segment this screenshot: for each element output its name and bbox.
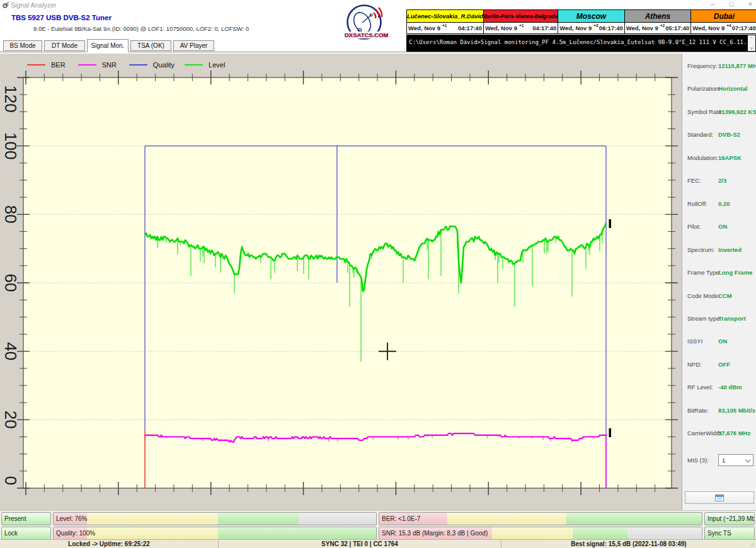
parameter-panel: MIS (3): 1 Frequency:12110,877 MHzPolari… <box>682 54 756 510</box>
clock-time: Wed, Nov 9+205:17:40 <box>625 23 690 33</box>
mis-label: MIS (3): <box>687 457 709 464</box>
stream-list-button[interactable] <box>685 491 754 504</box>
meter-segment-yellow <box>492 527 573 539</box>
resize-grip[interactable]: .:: <box>750 542 755 547</box>
mis-row: MIS (3): 1 <box>682 457 756 465</box>
clock-city-label: Moscow <box>558 10 624 23</box>
meter-syncts: Sync TS <box>704 527 755 540</box>
param-pilot-: Pilot:ON <box>682 223 756 232</box>
meter-segment-green <box>566 513 702 525</box>
meter-level: Level: 76% <box>53 512 377 525</box>
param-label: ISSYI <box>687 338 702 345</box>
param-rolloff-: RollOff:0.20 <box>682 200 756 209</box>
command-prompt: C:\Users\Roman Dávid>Signal monitoring_P… <box>406 35 756 52</box>
minimize-button[interactable]: – <box>704 0 721 8</box>
clock-dubai: DubaiWed, Nov 9+407:17:40 <box>691 10 756 33</box>
param-npd-: NPD:OFF <box>682 361 756 370</box>
meter-quality: Quality: 100% <box>53 527 377 540</box>
param-value: 0.20 <box>718 200 730 207</box>
param-value: Transport <box>718 315 746 322</box>
tab-av-player[interactable]: AV Player <box>173 40 214 51</box>
meter-segment-yellow <box>87 513 218 525</box>
command-prompt-text: C:\Users\Roman Dávid>Signal monitoring_P… <box>409 39 747 45</box>
param-spectrum-: Spectrum:Inverted <box>682 246 756 255</box>
param-label: Pilot: <box>687 223 701 230</box>
meter-segment-green <box>218 513 299 525</box>
clock-time: Wed, Nov 9+104:17:40 <box>407 23 483 33</box>
param-frame-type-: Frame Type:Long Frame <box>682 269 756 278</box>
param-value: ON <box>718 223 727 230</box>
meter-segment-green <box>218 527 376 539</box>
clock-athens: AthensWed, Nov 9+205:17:40 <box>625 10 691 33</box>
meter-present: Present <box>1 512 51 525</box>
chart-area: BERSNRQualityLevel <box>0 54 682 510</box>
clock-city-label: Lučenec-Slovakia_R.Dávid <box>407 10 483 23</box>
tuner-title: TBS 5927 USB DVB-S2 Tuner <box>11 14 112 21</box>
legend-line-snr <box>78 64 96 66</box>
chevron-down-icon <box>745 457 750 462</box>
mis-value: 1 <box>722 457 725 464</box>
param-value: 83,105 Mbit/s <box>718 407 755 414</box>
legend-line-ber <box>27 64 45 66</box>
clock-city-label: Athens <box>625 10 690 23</box>
list-window-icon <box>715 494 724 501</box>
param-issyi: ISSYION <box>682 338 756 346</box>
legend-label-snr: SNR <box>102 61 117 69</box>
legend-label-quality: Quality <box>153 61 175 69</box>
close-button[interactable]: × <box>742 0 756 8</box>
param-modulation-: Modulation:16APSK <box>682 154 756 163</box>
status-meters: PresentLevel: 76%BER: <1.0E-7Input (~21,… <box>0 510 756 539</box>
param-label: Standard: <box>687 131 713 138</box>
meter-input: Input (~21,39 Mbps) <box>704 512 755 525</box>
param-label: Spectrum: <box>687 246 714 253</box>
param-code-mode-: Code Mode:CCM <box>682 292 756 301</box>
status-best-signal: Best signal: 15,5 dB (2022-11-08 03:49) <box>501 540 756 548</box>
clock-time: Wed, Nov 9+306:17:40 <box>558 23 624 33</box>
world-clocks: Lučenec-Slovakia_R.DávidWed, Nov 9+104:1… <box>406 9 756 34</box>
chart-legend: BERSNRQualityLevel <box>23 60 225 70</box>
tab-signal-mon-[interactable]: Signal Mon. <box>87 39 129 52</box>
meter-label: Sync TS <box>707 530 731 537</box>
scroll-up-icon[interactable]: ^ <box>750 36 752 40</box>
tab-tsa-ok-[interactable]: TSA (OK) <box>130 40 171 51</box>
param-value: ON <box>718 338 727 345</box>
tab-bs-mode[interactable]: BS Mode <box>3 40 42 51</box>
param-label: RF Level: <box>687 384 713 391</box>
tab-dt-mode[interactable]: DT Mode <box>44 40 85 51</box>
meter-label: Level: 76% <box>56 515 87 522</box>
meter-snr: SNR: 15,3 dB (Margin: 8,3 dB | Good) <box>379 527 702 540</box>
param-polarization-: Polarization:Horizontal <box>682 85 756 94</box>
param-label: Polarization: <box>687 85 720 92</box>
param-label: BitRate: <box>687 407 709 414</box>
param-label: Modulation: <box>687 154 718 161</box>
meter-segment-gray <box>299 513 376 525</box>
param-value: Horizontal <box>718 85 747 92</box>
tuner-subtitle: 9.0E - Eutelsat 9B/Ka-Sat 9A (ID: 0090) … <box>33 25 249 32</box>
legend-line-quality <box>129 64 147 66</box>
param-symbol-rate-: Symbol Rate:31396,922 KS/s <box>682 108 756 117</box>
param-label: FEC: <box>687 177 701 184</box>
maximize-button[interactable]: □ <box>723 0 740 8</box>
signal-analyzer-window: Signal Analyzer – □ × TBS 5927 USB DVB-S… <box>0 0 756 548</box>
param-bitrate-: BitRate:83,105 Mbit/s <box>682 407 756 416</box>
meter-segment-yellow <box>447 513 566 525</box>
meter-segment-green <box>573 527 627 539</box>
legend-label-ber: BER <box>51 61 66 69</box>
param-frequency-: Frequency:12110,877 MHz <box>682 62 756 71</box>
param-carrierwidth-: CarrierWidth:37,676 MHz <box>682 430 756 438</box>
clock-moscow: MoscowWed, Nov 9+306:17:40 <box>558 10 624 33</box>
param-value: Long Frame <box>718 269 752 276</box>
terminal-scrollbar[interactable]: ^ v <box>748 35 755 51</box>
legend-line-level <box>185 64 203 66</box>
param-value: 37,676 MHz <box>718 430 750 437</box>
scroll-down-icon[interactable]: v <box>750 46 753 50</box>
dxsatcs-logo <box>346 3 385 53</box>
param-stream-type-: Stream type:Transport <box>682 315 756 324</box>
mis-dropdown[interactable]: 1 <box>718 454 753 466</box>
clock-city-label: Dubai <box>691 10 756 23</box>
param-value: Inverted <box>718 246 742 253</box>
param-label: CarrierWidth: <box>687 430 723 437</box>
clock-time: Wed, Nov 9+407:17:40 <box>691 23 756 33</box>
meter-segment-yellow <box>87 527 218 539</box>
clock-city-label: Berlin-Paris-Vienna-Belgrade <box>484 10 558 23</box>
